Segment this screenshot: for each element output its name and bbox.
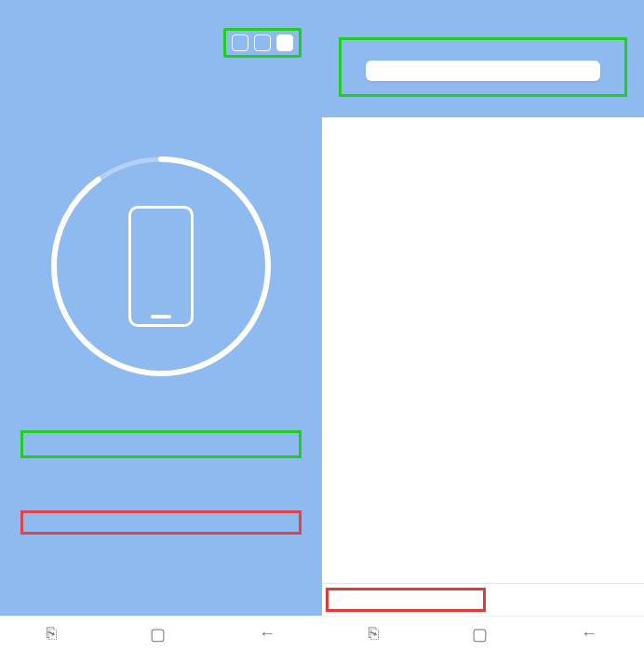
content-transferred-screen: ⎘ ▢ ← [322, 0, 644, 651]
details-section-label [322, 117, 644, 136]
recent-apps-icon[interactable]: ⎘ [47, 624, 57, 644]
nav-bar-left: ⎘ ▢ ← [0, 616, 322, 651]
recent-apps-icon[interactable]: ⎘ [369, 624, 379, 644]
step-1-badge [232, 34, 248, 51]
progress-ring [40, 145, 282, 387]
all-done-box [339, 37, 627, 97]
right-header [322, 0, 644, 117]
step-indicator [223, 28, 302, 58]
step-3-badge [276, 34, 293, 51]
nav-bar-right: ⎘ ▢ ← [322, 616, 644, 651]
receiving-phone-screen: ⎘ ▢ ← [0, 0, 322, 651]
back-icon[interactable]: ← [259, 624, 275, 644]
close-app-button[interactable] [326, 588, 486, 612]
more-features-button[interactable] [490, 584, 644, 616]
usb-disconnect-text [20, 510, 302, 535]
total-size-card [366, 61, 600, 81]
step-2-badge [254, 34, 271, 51]
home-icon[interactable]: ▢ [150, 624, 166, 644]
left-header [0, 0, 322, 67]
back-icon[interactable]: ← [581, 624, 597, 644]
phone-outline-icon [128, 206, 194, 327]
home-icon[interactable]: ▢ [472, 624, 488, 644]
bottom-button-row [322, 583, 644, 616]
updating-status-text [20, 430, 302, 458]
